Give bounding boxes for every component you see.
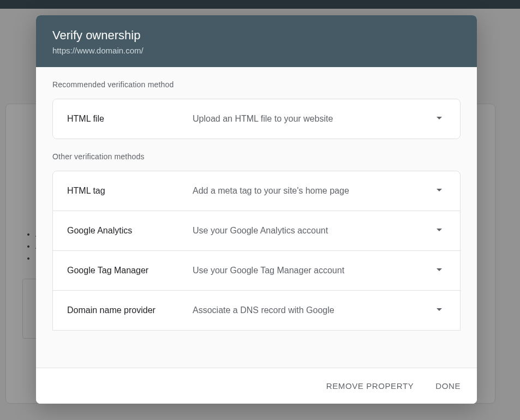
method-desc: Use your Google Tag Manager account: [193, 266, 433, 275]
method-google-analytics[interactable]: Google Analytics Use your Google Analyti…: [52, 211, 461, 251]
app-top-bar: [0, 0, 520, 9]
chevron-down-icon: [433, 111, 446, 127]
chevron-down-icon: [433, 223, 446, 238]
dialog-header: Verify ownership https://www.domain.com/: [36, 15, 477, 67]
method-name: HTML file: [67, 114, 193, 124]
method-html-tag[interactable]: HTML tag Add a meta tag to your site's h…: [52, 171, 461, 211]
method-desc: Add a meta tag to your site's home page: [193, 186, 433, 196]
dialog-url: https://www.domain.com/: [52, 46, 461, 55]
remove-property-button[interactable]: REMOVE PROPERTY: [324, 377, 416, 395]
method-name: Google Analytics: [67, 226, 193, 236]
dialog-footer: REMOVE PROPERTY DONE: [36, 368, 477, 404]
method-domain-name-provider[interactable]: Domain name provider Associate a DNS rec…: [52, 291, 461, 331]
done-button[interactable]: DONE: [433, 377, 463, 395]
method-desc: Associate a DNS record with Google: [193, 305, 433, 315]
dialog-body: Recommended verification method HTML fil…: [36, 67, 477, 368]
method-name: HTML tag: [67, 186, 193, 196]
method-name: Google Tag Manager: [67, 266, 193, 275]
method-name: Domain name provider: [67, 305, 193, 315]
method-html-file[interactable]: HTML file Upload an HTML file to your we…: [52, 99, 461, 139]
method-desc: Upload an HTML file to your website: [193, 114, 433, 124]
method-google-tag-manager[interactable]: Google Tag Manager Use your Google Tag M…: [52, 251, 461, 291]
recommended-section-label: Recommended verification method: [52, 80, 461, 89]
chevron-down-icon: [433, 263, 446, 278]
chevron-down-icon: [433, 303, 446, 318]
dialog-title: Verify ownership: [52, 28, 461, 43]
other-section-label: Other verification methods: [52, 152, 461, 161]
chevron-down-icon: [433, 183, 446, 199]
verify-ownership-dialog: Verify ownership https://www.domain.com/…: [36, 15, 477, 404]
method-desc: Use your Google Analytics account: [193, 226, 433, 236]
